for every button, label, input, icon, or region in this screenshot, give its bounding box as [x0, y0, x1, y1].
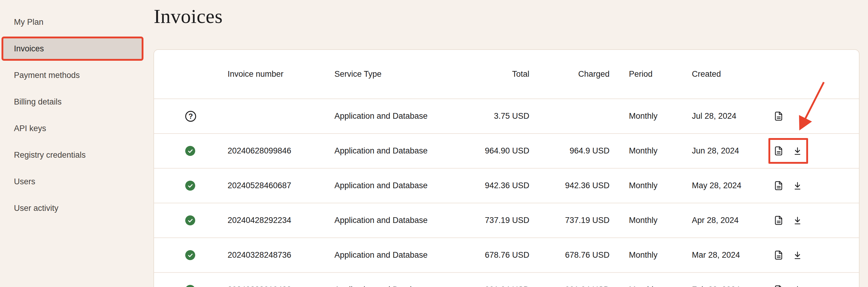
header-charged: Charged [529, 70, 610, 79]
table-header-row: Invoice number Service Type Total Charge… [154, 50, 859, 99]
invoices-card: Invoice number Service Type Total Charge… [153, 49, 860, 287]
table-row: 20240228010422 Application and Database … [154, 272, 859, 287]
cell-period: Monthly [610, 111, 675, 121]
cell-period: Monthly [610, 146, 675, 155]
sidebar-item-billing-details[interactable]: Billing details [1, 90, 144, 114]
cell-period: Monthly [610, 181, 675, 190]
invoice-document-icon[interactable] [773, 146, 784, 156]
page-title: Invoices [154, 5, 223, 28]
sidebar-item-users[interactable]: Users [1, 170, 144, 194]
billing-sidebar: My Plan Invoices Payment methods Billing… [0, 10, 153, 223]
cell-charged: 737.19 USD [529, 216, 610, 225]
cell-invoice-number: 20240628099846 [227, 146, 334, 155]
cell-service-type: Application and Database [334, 146, 438, 155]
table-row: 20240528460687 Application and Database … [154, 168, 859, 203]
download-invoice-icon[interactable] [792, 180, 803, 191]
header-total: Total [438, 70, 529, 79]
cell-total: 942.36 USD [438, 181, 529, 190]
status-paid-icon [185, 285, 195, 287]
header-created: Created [675, 70, 756, 79]
cell-service-type: Application and Database [334, 250, 438, 260]
sidebar-item-api-keys[interactable]: API keys [1, 116, 144, 141]
cell-invoice-number: 20240428292234 [227, 216, 334, 225]
header-period: Period [610, 70, 675, 79]
cell-created: Apr 28, 2024 [675, 216, 756, 225]
download-invoice-icon[interactable] [792, 146, 803, 156]
status-paid-icon [185, 250, 195, 260]
status-paid-icon [185, 146, 195, 156]
download-invoice-icon[interactable] [792, 250, 803, 261]
cell-charged: 964.9 USD [529, 146, 610, 155]
invoice-document-icon[interactable] [773, 285, 784, 287]
sidebar-item-user-activity[interactable]: User activity [1, 196, 144, 220]
cell-created: Mar 28, 2024 [675, 250, 756, 260]
cell-service-type: Application and Database [334, 285, 438, 287]
status-paid-icon [185, 181, 195, 191]
cell-total: 3.75 USD [438, 111, 529, 121]
cell-total: 737.19 USD [438, 216, 529, 225]
sidebar-item-payment-methods[interactable]: Payment methods [1, 63, 144, 87]
table-row: 20240328248736 Application and Database … [154, 238, 859, 272]
cell-created: Jul 28, 2024 [675, 111, 756, 121]
cell-period: Monthly [610, 216, 675, 225]
cell-service-type: Application and Database [334, 111, 438, 121]
cell-charged: 942.36 USD [529, 181, 610, 190]
cell-created: Feb 28, 2024 [675, 285, 756, 287]
sidebar-item-my-plan[interactable]: My Plan [1, 10, 144, 34]
cell-created: May 28, 2024 [675, 181, 756, 190]
sidebar-item-invoices[interactable]: Invoices [1, 37, 144, 61]
invoice-document-icon[interactable] [773, 215, 784, 226]
header-invoice-number: Invoice number [227, 70, 334, 79]
download-invoice-icon[interactable] [792, 215, 803, 226]
status-unknown-icon[interactable]: ? [185, 111, 196, 122]
table-row: 20240428292234 Application and Database … [154, 203, 859, 238]
cell-invoice-number: 20240228010422 [227, 285, 334, 287]
cell-total: 991.04 USD [438, 285, 529, 287]
invoice-document-icon[interactable] [773, 111, 784, 122]
table-row: 20240628099846 Application and Database … [154, 133, 859, 168]
sidebar-item-registry-credentials[interactable]: Registry credentials [1, 143, 144, 167]
cell-invoice-number: 20240528460687 [227, 181, 334, 190]
header-service-type: Service Type [334, 70, 438, 79]
table-row: ? Application and Database 3.75 USD Mont… [154, 99, 859, 133]
cell-charged: 678.76 USD [529, 250, 610, 260]
invoice-document-icon[interactable] [773, 180, 784, 191]
cell-created: Jun 28, 2024 [675, 146, 756, 155]
download-invoice-icon[interactable] [792, 285, 803, 287]
cell-invoice-number: 20240328248736 [227, 250, 334, 260]
cell-total: 678.76 USD [438, 250, 529, 260]
cell-total: 964.90 USD [438, 146, 529, 155]
cell-service-type: Application and Database [334, 181, 438, 190]
cell-charged: 991.04 USD [529, 285, 610, 287]
status-paid-icon [185, 215, 195, 225]
cell-service-type: Application and Database [334, 216, 438, 225]
cell-period: Monthly [610, 285, 675, 287]
cell-period: Monthly [610, 250, 675, 260]
invoice-document-icon[interactable] [773, 250, 784, 261]
